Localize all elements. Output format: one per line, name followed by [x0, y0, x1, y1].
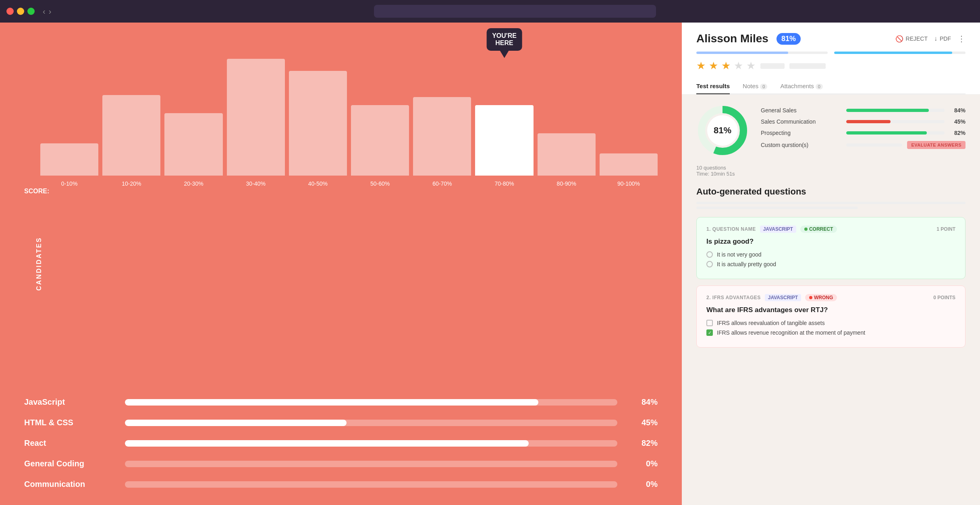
q-num: 1. QUESTION NAME [706, 226, 756, 232]
star-1[interactable]: ★ [709, 60, 718, 72]
x-label-50-60%: 50-60% [351, 180, 409, 187]
legend-bar-fill [846, 109, 929, 112]
q-option: It is actually pretty good [706, 261, 955, 267]
q-num: 2. IFRS ADVANTAGES [706, 295, 761, 300]
legend-row-prospecting: Prospecting 82% [761, 130, 965, 136]
option-text: It is actually pretty good [717, 261, 776, 267]
q-option: IFRS allows reevaluation of tangible ass… [706, 320, 955, 326]
url-bar[interactable] [374, 5, 656, 18]
q-text: Is pizza good? [706, 238, 955, 246]
checkbox-input[interactable]: ✓ [706, 329, 713, 336]
star-3[interactable]: ★ [734, 60, 743, 72]
pdf-icon: ↓ [934, 35, 937, 42]
progress-bars-row [696, 52, 965, 54]
skill-bar-track [125, 481, 617, 488]
option-text: It is not very good [717, 251, 762, 258]
bar-70-80% [475, 105, 533, 176]
bar-group-50-60% [351, 47, 409, 176]
q-points: 1 POINT [936, 226, 955, 232]
reject-button[interactable]: 🚫 REJECT [895, 35, 928, 43]
tab-attachments[interactable]: Attachments0 [780, 79, 823, 94]
radio-input[interactable] [706, 261, 713, 267]
star-2[interactable]: ★ [721, 60, 731, 72]
x-label-60-70%: 60-70% [413, 180, 471, 187]
legend-pct: 84% [949, 107, 965, 114]
skill-bar-fill [125, 420, 347, 426]
q-dot [809, 296, 812, 299]
bar-group-20-30% [164, 47, 222, 176]
skill-row-general-coding: General Coding 0% [24, 459, 658, 468]
legend-bar-track [846, 143, 902, 147]
forward-arrow[interactable]: › [49, 7, 52, 15]
evaluate-button[interactable]: EVALUATE ANSWERS [907, 141, 965, 149]
x-label-0-10%: 0-10% [40, 180, 98, 187]
skill-name: React [24, 439, 113, 448]
tab-notes[interactable]: Notes0 [743, 79, 767, 94]
question-card: 1. QUESTION NAME JAVASCRIPT CORRECT 1 PO… [696, 217, 965, 279]
skills-section: JavaScript 84% HTML & CSS 45% React 82% … [24, 397, 658, 489]
star-4[interactable]: ★ [746, 60, 756, 72]
titlebar: ‹ › [0, 0, 980, 23]
skill-row-html-&-css: HTML & CSS 45% [24, 418, 658, 427]
bar-80-90% [538, 133, 596, 176]
back-arrow[interactable]: ‹ [43, 7, 46, 15]
x-axis: 0-10%10-20%20-30%30-40%40-50%50-60%60-70… [24, 177, 658, 187]
star-0[interactable]: ★ [696, 60, 706, 72]
legend-bar-track [846, 109, 945, 112]
score-badge: 81% [777, 33, 801, 45]
skill-pct: 0% [629, 480, 658, 489]
star-label-2 [789, 63, 826, 69]
test-meta: 10 questions Time: 10min 51s [696, 165, 965, 177]
bar-10-20% [102, 95, 160, 176]
q-status: WRONG [805, 294, 837, 301]
bar-chart: YOU'RE HERE [24, 47, 658, 176]
legend-row-custom-qurstion(s): Custom qurstion(s) EVALUATE ANSWERS [761, 141, 965, 149]
traffic-lights [6, 8, 35, 15]
bar-90-100% [600, 153, 658, 176]
candidate-name: Alisson Miles [696, 32, 768, 45]
auto-section-bar1 [696, 202, 965, 204]
auto-section-title: Auto-generated questions [696, 186, 965, 197]
close-button[interactable] [6, 8, 14, 15]
chart-area: YOU'RE HERE 0-10%10-20%20-30%30-40%40-50… [24, 39, 658, 378]
qcard-header: 1. QUESTION NAME JAVASCRIPT CORRECT 1 PO… [706, 226, 955, 233]
pdf-button[interactable]: ↓ PDF [934, 35, 951, 42]
bar-group-40-50% [289, 47, 347, 176]
legend-bar-fill [846, 131, 927, 135]
skill-bar-track [125, 461, 617, 467]
legend-label: Prospecting [761, 130, 841, 136]
qcard-header: 2. IFRS ADVANTAGES JAVASCRIPT WRONG 0 PO… [706, 294, 955, 301]
tab-badge: 0 [816, 84, 823, 89]
checkbox-input[interactable] [706, 320, 713, 326]
legend-pct: 82% [949, 130, 965, 136]
maximize-button[interactable] [27, 8, 35, 15]
q-dot [804, 228, 808, 231]
bar-group-80-90% [538, 47, 596, 176]
more-button[interactable]: ⋮ [957, 34, 965, 43]
legend-label: General Sales [761, 107, 841, 114]
donut-legend: General Sales 84% Sales Communication 45… [761, 107, 965, 154]
bar-30-40% [227, 59, 285, 176]
progress-bar-0 [696, 52, 828, 54]
test-questions: 10 questions [696, 165, 965, 171]
minimize-button[interactable] [17, 8, 24, 15]
nav-arrows: ‹ › [43, 7, 51, 15]
bar-tooltip: YOU'RE HERE [486, 28, 522, 51]
tab-test-results[interactable]: Test results [696, 79, 730, 94]
q-tag: JAVASCRIPT [760, 226, 796, 233]
skill-bar-track [125, 440, 617, 447]
legend-bar-fill [846, 120, 891, 123]
skill-pct: 0% [629, 459, 658, 468]
x-label-20-30%: 20-30% [164, 180, 222, 187]
skill-name: General Coding [24, 459, 113, 468]
x-label-90-100%: 90-100% [600, 180, 658, 187]
tabs-row: Test resultsNotes0Attachments0 [696, 79, 965, 94]
score-label: SCORE: [24, 188, 658, 195]
bar-50-60% [351, 105, 409, 176]
q-text: What are IFRS advantages over RTJ? [706, 306, 955, 314]
radio-input[interactable] [706, 251, 713, 258]
x-label-40-50%: 40-50% [289, 180, 347, 187]
right-panel[interactable]: Alisson Miles 81% 🚫 REJECT ↓ PDF ⋮ ★★★★★ [682, 23, 980, 505]
progress-bar-fill-1 [834, 52, 952, 54]
progress-bar-fill-0 [696, 52, 788, 54]
